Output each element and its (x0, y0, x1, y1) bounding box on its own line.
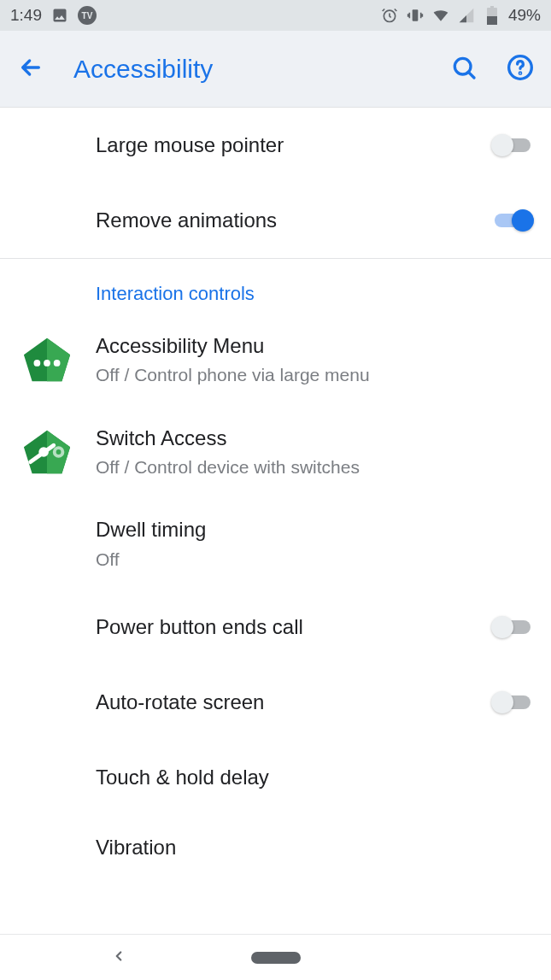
status-right: 49% (380, 6, 541, 25)
page-title: Accessibility (73, 55, 421, 84)
setting-subtitle: Off / Control phone via large menu (96, 363, 524, 386)
setting-switch-access[interactable]: Switch Access Off / Control device with … (0, 406, 551, 498)
wifi-icon (431, 6, 450, 25)
svg-point-10 (34, 360, 41, 367)
setting-title: Remove animations (96, 207, 481, 234)
setting-title: Accessibility Menu (96, 332, 524, 360)
toggle-auto-rotate[interactable] (491, 690, 534, 715)
tv-icon: TV (78, 6, 97, 25)
vibrate-icon (406, 6, 425, 25)
setting-subtitle: Off / Control device with switches (96, 455, 524, 478)
app-bar: Accessibility (0, 31, 551, 108)
switch-access-icon (21, 425, 73, 478)
accessibility-menu-icon (21, 333, 73, 386)
setting-remove-animations[interactable]: Remove animations (0, 183, 551, 258)
toggle-power-button-ends-call[interactable] (491, 614, 534, 640)
status-left: 1:49 TV (10, 6, 97, 25)
setting-touch-hold-delay[interactable]: Touch & hold delay (0, 740, 551, 815)
toggle-remove-animations[interactable] (491, 208, 534, 233)
image-icon (50, 6, 69, 25)
setting-accessibility-menu[interactable]: Accessibility Menu Off / Control phone v… (0, 314, 551, 406)
svg-point-15 (38, 447, 49, 457)
svg-marker-14 (47, 430, 70, 472)
search-icon[interactable] (450, 54, 478, 85)
svg-point-11 (44, 360, 50, 367)
setting-title: Large mouse pointer (96, 132, 481, 159)
svg-rect-1 (413, 9, 419, 21)
nav-bar (0, 934, 551, 980)
alarm-icon (380, 6, 399, 25)
setting-dwell-timing[interactable]: Dwell timing Off (0, 497, 551, 590)
setting-vibration[interactable]: Vibration (0, 815, 551, 861)
toggle-large-mouse-pointer[interactable] (491, 132, 534, 158)
svg-rect-4 (490, 6, 494, 9)
help-icon[interactable] (507, 54, 534, 85)
setting-title: Auto-rotate screen (96, 689, 481, 716)
svg-point-12 (54, 360, 61, 367)
setting-large-mouse-pointer[interactable]: Large mouse pointer (0, 108, 551, 183)
setting-title: Power button ends call (96, 613, 481, 641)
section-header-interaction: Interaction controls (0, 259, 551, 314)
svg-point-7 (519, 73, 520, 73)
nav-back-icon[interactable] (111, 948, 126, 967)
settings-list[interactable]: Large mouse pointer Remove animations In… (0, 108, 551, 934)
setting-title: Dwell timing (96, 516, 524, 543)
battery-icon (483, 6, 501, 25)
battery-text: 49% (508, 6, 541, 25)
signal-icon (457, 6, 476, 25)
setting-title: Vibration (96, 834, 524, 861)
svg-rect-3 (487, 16, 497, 25)
svg-marker-9 (47, 338, 70, 381)
setting-subtitle: Off (96, 548, 524, 571)
setting-title: Touch & hold delay (96, 764, 524, 791)
nav-home-pill[interactable] (251, 952, 301, 964)
status-bar: 1:49 TV 49% (0, 0, 551, 31)
setting-title: Switch Access (96, 425, 524, 452)
back-arrow-icon[interactable] (17, 54, 44, 85)
setting-auto-rotate[interactable]: Auto-rotate screen (0, 665, 551, 740)
setting-power-button-ends-call[interactable]: Power button ends call (0, 590, 551, 665)
status-time: 1:49 (10, 6, 42, 25)
